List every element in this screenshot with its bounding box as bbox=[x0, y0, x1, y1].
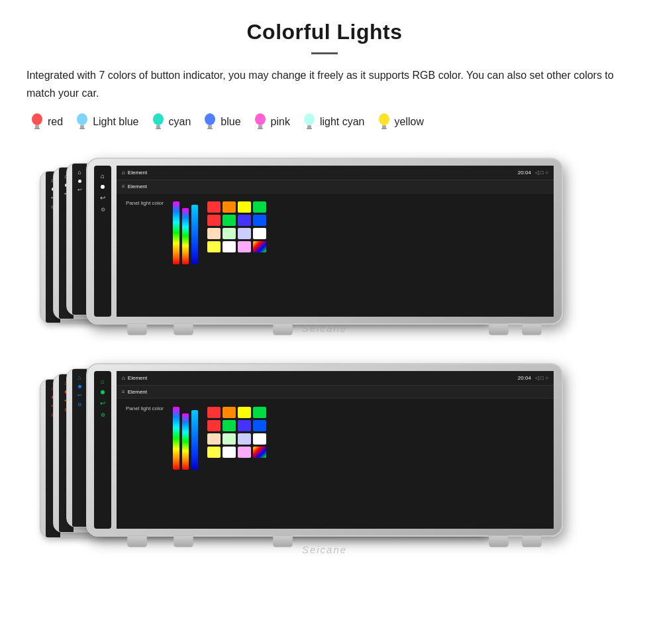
color-item-lightcyan: light cyan bbox=[302, 113, 365, 131]
settings-icon-green: ⚙ bbox=[101, 412, 105, 418]
color-label-lightblue: Light blue bbox=[93, 116, 138, 128]
bottom-spectrum-bar-2 bbox=[182, 413, 189, 470]
power-icon-green bbox=[101, 390, 105, 394]
description-text: Integrated with 7 colors of button indic… bbox=[26, 66, 623, 102]
app-name-label: Element bbox=[128, 170, 518, 176]
color-label-cyan: cyan bbox=[169, 116, 191, 128]
blue-bar bbox=[191, 205, 198, 264]
bottom-time-label: 20:04 bbox=[518, 375, 531, 381]
svg-rect-6 bbox=[80, 125, 84, 128]
svg-rect-19 bbox=[307, 128, 312, 129]
mount-tab-3 bbox=[273, 323, 293, 335]
unit-cluster-top: ≡ Elem... ⌂ ↩ ⚙ bbox=[40, 158, 609, 350]
cell-6 bbox=[238, 215, 251, 226]
svg-point-11 bbox=[205, 113, 215, 125]
cell-0 bbox=[207, 201, 221, 213]
bottom-color-bars bbox=[173, 407, 198, 470]
cell-8 bbox=[207, 228, 221, 239]
svg-point-14 bbox=[255, 113, 266, 125]
cell-11 bbox=[253, 228, 266, 239]
home-icon: ⌂ bbox=[101, 172, 105, 180]
bottom-mount-tab-1 bbox=[127, 535, 147, 547]
svg-point-17 bbox=[304, 113, 315, 125]
unit-row-bottom: ⌂ ↩ ⚙ ≡ Elem... ⌂ ↩ ⚙ ≡ Elem... bbox=[26, 363, 623, 568]
bottom-element-label: Element bbox=[128, 389, 147, 395]
cell-14 bbox=[238, 241, 251, 252]
color-grid bbox=[207, 201, 266, 252]
settings-icon-small: ⚙ bbox=[101, 207, 105, 213]
bulb-yellow-icon bbox=[377, 113, 391, 131]
home-small-icon: ⌂ bbox=[122, 170, 125, 176]
mount-tab-5 bbox=[522, 323, 542, 335]
element-label: Element bbox=[128, 184, 147, 189]
bottom-unit-front: ⌂ ↩ ⚙ ⌂ Element 20:04 ◁ □ ○ bbox=[86, 363, 563, 537]
color-label-pink: pink bbox=[271, 116, 290, 128]
mount-tab-1 bbox=[127, 323, 147, 335]
cell-3 bbox=[253, 201, 266, 213]
bulb-red-icon bbox=[30, 113, 44, 131]
color-label-blue: blue bbox=[221, 116, 240, 128]
spectrum-bar-2 bbox=[182, 208, 189, 264]
bulb-lightblue-icon bbox=[75, 113, 89, 131]
color-label-yellow: yellow bbox=[395, 116, 424, 128]
bottom-blue-bar bbox=[191, 410, 198, 470]
svg-point-8 bbox=[153, 113, 164, 125]
svg-rect-15 bbox=[258, 125, 262, 128]
svg-rect-13 bbox=[207, 128, 213, 129]
svg-point-0 bbox=[32, 113, 42, 125]
bottom-menu-icon: ≡ bbox=[122, 389, 125, 395]
bottom-home-small-icon: ⌂ bbox=[122, 375, 125, 381]
bulb-blue-icon bbox=[203, 113, 217, 131]
watermark-bottom: Seicane bbox=[302, 544, 347, 555]
spectrum-bar-1 bbox=[173, 201, 179, 264]
cell-2 bbox=[238, 201, 251, 213]
color-item-lightblue: Light blue bbox=[75, 113, 138, 131]
cell-15 bbox=[253, 241, 266, 252]
android-icons-area: ◁ □ ○ bbox=[535, 170, 548, 176]
svg-rect-2 bbox=[34, 128, 40, 129]
bulb-lightcyan-icon bbox=[302, 113, 317, 131]
color-item-blue: blue bbox=[203, 113, 240, 131]
back-icon-green: ↩ bbox=[100, 400, 105, 407]
title-section: Colorful Lights bbox=[26, 20, 623, 54]
bottom-color-grid bbox=[207, 407, 266, 458]
content-header: ≡ Element bbox=[117, 180, 554, 193]
cell-13 bbox=[223, 241, 236, 252]
home-icon-green: ⌂ bbox=[101, 378, 105, 385]
time-label: 20:04 bbox=[518, 170, 531, 176]
bottom-mount-tab-2 bbox=[174, 535, 193, 547]
color-bars-container bbox=[173, 201, 198, 264]
panel-content: Panel light color bbox=[117, 193, 554, 317]
svg-rect-18 bbox=[307, 125, 311, 128]
cell-9 bbox=[223, 228, 236, 239]
svg-rect-22 bbox=[381, 128, 387, 129]
page-container: Colorful Lights Integrated with 7 colors… bbox=[0, 0, 649, 582]
watermark-top: Seicane bbox=[302, 323, 347, 334]
color-list: red Light blue cyan bbox=[26, 113, 623, 131]
svg-rect-9 bbox=[156, 125, 160, 128]
svg-rect-21 bbox=[382, 125, 386, 128]
cell-7 bbox=[253, 215, 266, 226]
android-topbar: ⌂ Element 20:04 ◁ □ ○ bbox=[117, 166, 554, 180]
bottom-mount-tab-4 bbox=[489, 535, 509, 547]
unit-cluster-bottom: ⌂ ↩ ⚙ ≡ Elem... ⌂ ↩ ⚙ ≡ Elem... bbox=[40, 363, 609, 568]
bottom-android-icons: ◁ □ ○ bbox=[535, 375, 548, 381]
color-item-yellow: yellow bbox=[377, 113, 424, 131]
bottom-content-header: ≡ Element bbox=[117, 386, 554, 399]
bottom-main-screen: ⌂ Element 20:04 ◁ □ ○ ≡ Element Panel li… bbox=[117, 371, 554, 529]
color-item-cyan: cyan bbox=[151, 113, 191, 131]
bottom-mount-tab-3 bbox=[273, 535, 293, 547]
cell-1 bbox=[223, 201, 236, 213]
bulb-pink-icon bbox=[253, 113, 268, 131]
svg-point-20 bbox=[379, 113, 389, 125]
title-divider bbox=[311, 52, 338, 54]
color-item-pink: pink bbox=[253, 113, 290, 131]
cell-4 bbox=[207, 215, 221, 226]
bottom-panel-content: Panel light color bbox=[117, 399, 554, 529]
svg-rect-12 bbox=[208, 125, 212, 128]
bottom-spectrum-bar-1 bbox=[173, 407, 179, 470]
sidebar-nav: ⌂ ↩ ⚙ bbox=[94, 166, 111, 317]
svg-rect-7 bbox=[79, 128, 85, 129]
panel-label-text: Panel light color bbox=[126, 200, 164, 206]
bottom-mount-tab-5 bbox=[522, 535, 542, 547]
